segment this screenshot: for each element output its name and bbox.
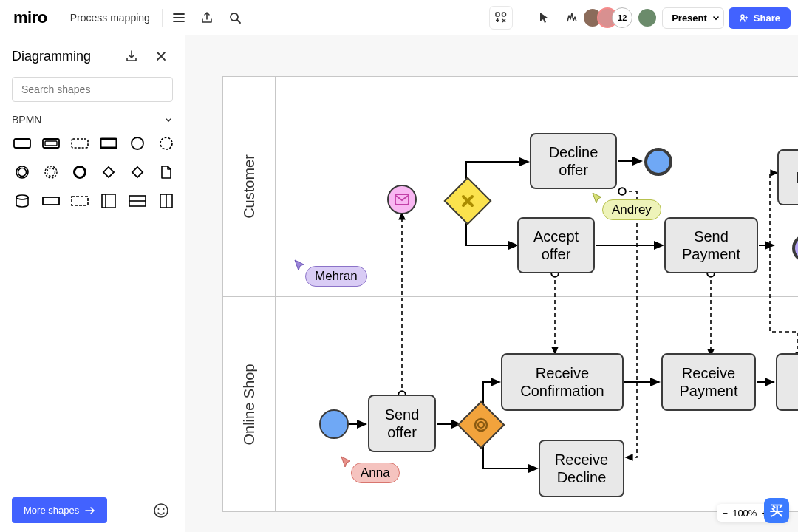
- shape-intermediate-event-noninterrupt[interactable]: [41, 162, 61, 183]
- menu-icon[interactable]: [167, 6, 191, 30]
- board-title[interactable]: Process mapping: [63, 12, 157, 24]
- share-button[interactable]: Share: [729, 7, 791, 29]
- shape-datastore[interactable]: [12, 191, 33, 211]
- zoom-out-button[interactable]: −: [723, 508, 729, 519]
- shape-lane-h[interactable]: [127, 191, 148, 211]
- present-button[interactable]: Present: [662, 7, 724, 29]
- shape-group[interactable]: [69, 191, 90, 211]
- node-decline-offer[interactable]: Decline offer: [530, 133, 617, 189]
- svg-point-12: [18, 168, 27, 177]
- bpmn-shape-grid: [12, 133, 173, 211]
- svg-rect-19: [43, 197, 59, 205]
- svg-point-25: [158, 508, 160, 510]
- shape-gateway[interactable]: [98, 162, 119, 183]
- shape-task[interactable]: [12, 133, 33, 154]
- shape-event-subprocess[interactable]: [69, 133, 90, 154]
- svg-rect-16: [103, 167, 114, 177]
- shape-gateway-parallel[interactable]: [127, 162, 148, 183]
- svg-point-26: [163, 508, 165, 510]
- node-accept-offer[interactable]: Accept offer: [517, 217, 595, 273]
- import-icon[interactable]: [120, 44, 143, 68]
- svg-point-2: [502, 13, 506, 16]
- search-shapes-input[interactable]: [12, 77, 173, 102]
- help-icon[interactable]: [149, 499, 173, 522]
- cursor-andrey: Andrey: [602, 200, 661, 220]
- svg-rect-20: [72, 197, 88, 205]
- node-send-invoice[interactable]: Send Invoic: [776, 353, 798, 411]
- svg-rect-1: [496, 13, 499, 16]
- export-icon[interactable]: [195, 6, 219, 30]
- node-receive-decline[interactable]: Receive Decline: [539, 440, 624, 497]
- svg-point-24: [154, 504, 168, 517]
- shape-transaction[interactable]: [41, 133, 61, 154]
- node-send-payment[interactable]: Send Payment: [664, 217, 758, 273]
- svg-point-9: [132, 137, 143, 149]
- close-icon[interactable]: [149, 44, 173, 68]
- watermark-badge: 买: [764, 498, 789, 523]
- svg-point-18: [16, 195, 28, 200]
- node-receive-top[interactable]: Receiv: [777, 149, 798, 205]
- svg-point-3: [741, 15, 744, 18]
- panel-title: Diagramming: [12, 49, 91, 64]
- end-event-violet[interactable]: [792, 234, 798, 262]
- canvas[interactable]: Customer Online Shop: [185, 35, 798, 532]
- reactions-icon[interactable]: [560, 6, 584, 30]
- zoom-level: 100%: [732, 508, 757, 519]
- node-send-offer[interactable]: Send offer: [368, 395, 436, 452]
- category-bpmn[interactable]: BPMN: [12, 114, 173, 126]
- shape-pool-v[interactable]: [98, 191, 119, 211]
- shape-lane-v[interactable]: [156, 191, 177, 211]
- shape-call-activity[interactable]: [98, 133, 119, 154]
- end-event-customer[interactable]: [644, 148, 672, 176]
- lane-shop-label: Online Shop: [223, 296, 275, 513]
- svg-rect-6: [45, 141, 57, 146]
- shape-intermediate-event[interactable]: [12, 162, 33, 183]
- svg-point-35: [478, 422, 484, 428]
- svg-point-34: [475, 419, 487, 431]
- svg-rect-17: [132, 167, 143, 177]
- shape-annotation[interactable]: [41, 191, 61, 211]
- exclusive-gateway[interactable]: [443, 177, 491, 225]
- bpmn-pool[interactable]: Customer Online Shop: [222, 76, 798, 512]
- shape-start-event-noninterrupt[interactable]: [156, 133, 177, 154]
- pointer-mode-icon[interactable]: [532, 6, 556, 30]
- diagramming-panel: Diagramming BPMN More shapes: [0, 35, 185, 532]
- node-receive-confirmation[interactable]: Receive Confirmation: [501, 353, 624, 411]
- shape-start-event[interactable]: [127, 133, 148, 154]
- node-receive-payment[interactable]: Receive Payment: [661, 353, 756, 411]
- cursor-mehran: Mehran: [305, 266, 367, 287]
- more-shapes-button[interactable]: More shapes: [12, 497, 107, 523]
- svg-rect-8: [100, 139, 117, 148]
- cursor-anna: Anna: [351, 463, 400, 483]
- shape-data-object[interactable]: [156, 162, 177, 183]
- start-event-shop[interactable]: [319, 409, 349, 439]
- svg-rect-21: [102, 194, 106, 208]
- svg-rect-7: [72, 139, 88, 148]
- svg-point-15: [75, 167, 86, 178]
- collaborator-avatars[interactable]: 12: [588, 7, 658, 28]
- brand-logo[interactable]: miro: [7, 7, 53, 29]
- shape-end-event[interactable]: [69, 162, 90, 183]
- lane-customer-label: Customer: [223, 77, 275, 296]
- svg-point-14: [47, 168, 55, 177]
- apps-icon[interactable]: [489, 6, 513, 30]
- svg-point-10: [160, 137, 172, 149]
- svg-rect-4: [14, 139, 30, 148]
- search-icon[interactable]: [223, 6, 247, 30]
- message-start-event[interactable]: [387, 185, 417, 214]
